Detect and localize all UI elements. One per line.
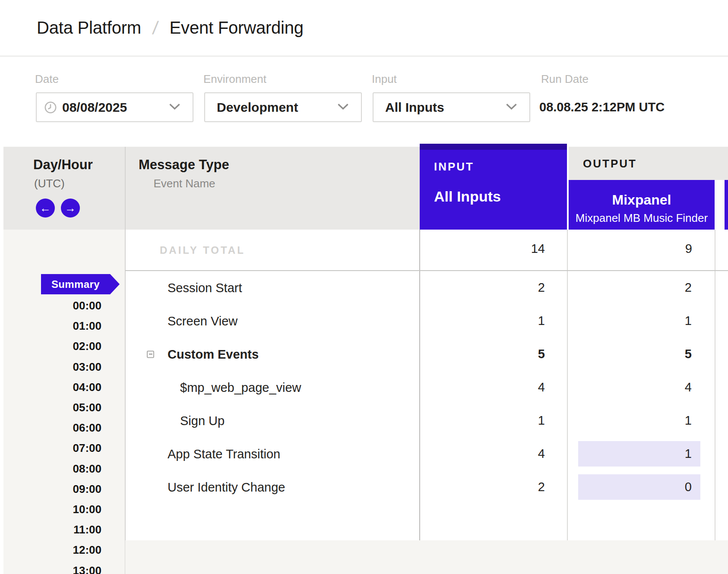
clock-icon [44,101,57,114]
hour-label[interactable]: 13:00 [3,564,101,574]
table-row[interactable]: $mp_web_page_view 4 4 [125,371,728,404]
output-section-label: OUTPUT [583,157,637,170]
hour-label[interactable]: 03:00 [3,360,101,373]
next-day-button[interactable]: → [61,199,80,218]
hour-label[interactable]: 04:00 [3,381,101,394]
date-value: 08/08/2025 [62,100,127,115]
breadcrumb-page: Event Forwarding [170,18,304,38]
chevron-down-icon [169,103,180,112]
daily-total-label: DAILY TOTAL [160,244,245,256]
output-count: 5 [568,337,692,371]
hour-rail: Summary 00:0001:0002:0003:0004:0005:0006… [3,230,125,574]
summary-flag[interactable]: Summary [41,274,120,294]
hour-label[interactable]: 09:00 [3,483,101,495]
event-rows: Session Start 2 2 Screen View 1 1 Custom… [125,271,728,504]
output-count: 1 [568,304,692,337]
run-date-label: Run Date [541,73,589,86]
input-section-label: INPUT [434,160,474,173]
table-row[interactable]: Screen View 1 1 [125,304,728,337]
table-row[interactable]: User Identity Change 2 0 [125,470,728,504]
breadcrumb: Data Platform / Event Forwarding [37,0,304,56]
environment-dropdown[interactable]: Development [204,92,362,122]
output-cell: 5 [568,337,692,371]
hour-label[interactable]: 05:00 [3,401,101,414]
input-count: 2 [420,470,545,504]
hour-label[interactable]: 11:00 [3,523,101,536]
hour-label[interactable]: 00:00 [3,299,101,312]
next-output-column-partial [725,180,728,230]
output-cell: 2 [568,271,692,304]
input-count: 4 [420,437,545,470]
event-forwarding-page: Data Platform / Event Forwarding Date En… [0,0,728,574]
event-name-subheader: Event Name [139,177,230,190]
event-name-label: Custom Events [168,347,259,361]
input-value: All Inputs [385,100,444,115]
output-column-subtitle: Mixpanel MB Music Finder [569,211,715,225]
arrow-right-icon: → [65,202,76,214]
hour-label[interactable]: 07:00 [3,442,101,454]
output-cell: 0 [578,474,700,500]
run-date-value: 08.08.25 2:12PM UTC [539,100,665,114]
table-row[interactable]: Sign Up 1 1 [125,404,728,437]
output-count: 1 [578,441,700,467]
input-filter-label: Input [372,73,397,86]
output-cell: 1 [568,404,692,437]
output-cell: 4 [568,371,692,404]
date-filter-label: Date [35,73,59,86]
input-dropdown[interactable]: All Inputs [373,92,530,122]
arrow-left-icon: ← [40,202,51,214]
day-hour-header: Day/Hour [33,157,93,173]
input-count: 2 [420,271,545,304]
summary-flag-label: Summary [41,278,110,290]
table-row[interactable]: Session Start 2 2 [125,271,728,304]
input-count: 1 [420,304,545,337]
hour-label[interactable]: 02:00 [3,340,101,353]
breadcrumb-section[interactable]: Data Platform [37,18,141,38]
output-count: 4 [568,371,692,404]
previous-day-button[interactable]: ← [36,199,55,218]
hour-label[interactable]: 01:00 [3,319,101,332]
output-cell: 1 [578,441,700,467]
output-cell: 1 [568,304,692,337]
output-column-name: Mixpanel [569,192,715,208]
table-row[interactable]: App State Transition 4 1 [125,437,728,470]
breadcrumb-separator: / [152,18,159,38]
hour-label[interactable]: 12:00 [3,543,101,556]
daily-total-input-count: 14 [432,242,545,256]
event-name-label: User Identity Change [168,480,285,494]
chevron-down-icon [337,103,349,112]
date-dropdown[interactable]: 08/08/2025 [36,92,193,122]
top-bar: Data Platform / Event Forwarding [0,0,728,57]
event-name-label: Sign Up [180,413,225,428]
hour-label[interactable]: 06:00 [3,421,101,434]
event-name-label: App State Transition [168,447,280,461]
output-count: 0 [578,474,700,500]
input-count: 5 [420,337,545,371]
minus-box-icon[interactable] [147,350,154,358]
input-column-header[interactable] [420,144,567,230]
event-name-label: $mp_web_page_view [180,380,301,394]
input-column-name: All Inputs [434,188,501,205]
message-type-header: Message Type [139,157,229,173]
chevron-down-icon [506,103,517,112]
table-footer-band [125,540,728,574]
output-count: 2 [568,271,692,304]
table-row[interactable]: Custom Events 5 5 [125,337,728,371]
output-column-header[interactable]: Mixpanel Mixpanel MB Music Finder [569,180,715,230]
daily-total-output-count: 9 [583,242,692,256]
day-hour-subheader: (UTC) [34,177,65,190]
input-count: 1 [420,404,545,437]
output-count: 1 [568,404,692,437]
input-count: 4 [420,371,545,404]
environment-filter-label: Environment [203,73,266,86]
event-name-label: Screen View [168,314,237,328]
hour-label[interactable]: 08:00 [3,462,101,475]
event-name-label: Session Start [168,281,242,295]
environment-value: Development [217,100,298,115]
column-gutter [715,180,725,230]
hour-label[interactable]: 10:00 [3,503,101,516]
